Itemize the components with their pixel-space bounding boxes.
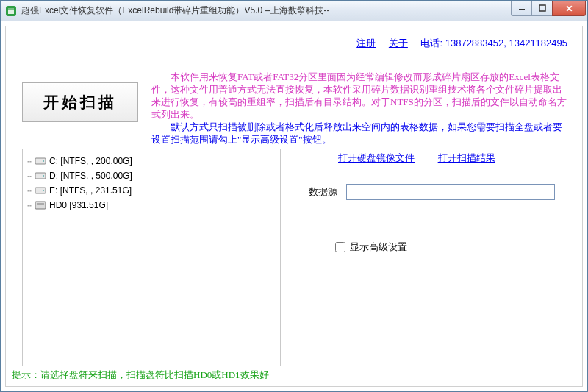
- app-icon: [5, 5, 17, 17]
- tree-connector-icon: ⋯: [27, 172, 32, 180]
- datasource-input[interactable]: [346, 184, 555, 200]
- start-scan-label: 开始扫描: [43, 92, 117, 113]
- tree-connector-icon: ⋯: [27, 187, 32, 195]
- window-title: 超强Excel文件恢复软件（ExcelRebuild带碎片重组功能）V5.0 -…: [21, 4, 512, 17]
- svg-rect-12: [37, 203, 44, 205]
- drive-row[interactable]: ⋯ D: [NTFS, , 500.00G]: [26, 168, 277, 183]
- svg-rect-4: [539, 5, 545, 11]
- tree-connector-icon: ⋯: [27, 157, 32, 165]
- app-window: 超强Excel文件恢复软件（ExcelRebuild带碎片重组功能）V5.0 -…: [0, 0, 588, 392]
- open-scan-result-link[interactable]: 打开扫描结果: [438, 152, 495, 163]
- maximize-button[interactable]: [531, 1, 553, 16]
- register-link[interactable]: 注册: [356, 38, 376, 49]
- drive-row[interactable]: ⋯ E: [NTFS, , 231.51G]: [26, 183, 277, 198]
- about-link[interactable]: 关于: [389, 38, 408, 49]
- svg-rect-2: [8, 8, 14, 10]
- description-p2: 默认方式只扫描被删除或者格式化后释放出来空间内的表格数据，如果您需要扫描全盘或者…: [151, 121, 567, 146]
- drive-label: C: [NTFS, , 200.00G]: [49, 156, 132, 166]
- drive-row[interactable]: ⋯ C: [NTFS, , 200.00G]: [26, 154, 277, 168]
- show-advanced-label: 显示高级设置: [350, 240, 407, 254]
- tree-connector-icon: ⋯: [27, 202, 32, 210]
- start-scan-button[interactable]: 开始扫描: [22, 82, 138, 122]
- svg-rect-3: [519, 9, 525, 10]
- titlebar: 超强Excel文件恢复软件（ExcelRebuild带碎片重组功能）V5.0 -…: [1, 1, 587, 21]
- hint-text: 提示：请选择盘符来扫描，扫描盘符比扫描HD0或HD1效果好: [12, 368, 269, 382]
- window-controls: [512, 1, 586, 16]
- middle-links: 打开硬盘镜像文件 打开扫描结果: [338, 152, 516, 165]
- show-advanced-checkbox[interactable]: [335, 242, 345, 252]
- drive-label: D: [NTFS, , 500.00G]: [49, 171, 132, 181]
- datasource-row: 数据源: [309, 184, 555, 200]
- datasource-label: 数据源: [309, 185, 337, 199]
- close-button[interactable]: [552, 1, 586, 16]
- header-links: 注册 关于 电话: 13872883452, 13421182495: [356, 37, 567, 50]
- client-area: 注册 关于 电话: 13872883452, 13421182495 开始扫描 …: [1, 21, 587, 391]
- open-disk-image-link[interactable]: 打开硬盘镜像文件: [338, 152, 415, 163]
- svg-point-10: [43, 190, 44, 191]
- description-p1: 本软件用来恢复FAT或者FAT32分区里面因为经常编辑修改而形成碎片扇区存放的E…: [151, 71, 567, 121]
- phone-text: 电话: 13872883452, 13421182495: [420, 38, 567, 49]
- advanced-row: 显示高级设置: [332, 240, 407, 254]
- drive-icon: [35, 185, 46, 196]
- svg-point-6: [43, 160, 44, 162]
- svg-point-8: [43, 175, 44, 177]
- drive-row[interactable]: ⋯ HD0 [931.51G]: [26, 198, 277, 213]
- main-panel: 注册 关于 电话: 13872883452, 13421182495 开始扫描 …: [5, 26, 583, 387]
- drive-label: E: [NTFS, , 231.51G]: [49, 185, 132, 196]
- minimize-button[interactable]: [511, 1, 532, 16]
- description-text: 本软件用来恢复FAT或者FAT32分区里面因为经常编辑修改而形成碎片扇区存放的E…: [151, 71, 567, 146]
- drive-icon: [35, 156, 46, 166]
- drive-tree[interactable]: ⋯ C: [NTFS, , 200.00G] ⋯ D: [NTFS, , 500…: [22, 149, 281, 366]
- drive-icon: [35, 171, 46, 181]
- drive-label: HD0 [931.51G]: [49, 200, 108, 210]
- disk-icon: [35, 200, 46, 210]
